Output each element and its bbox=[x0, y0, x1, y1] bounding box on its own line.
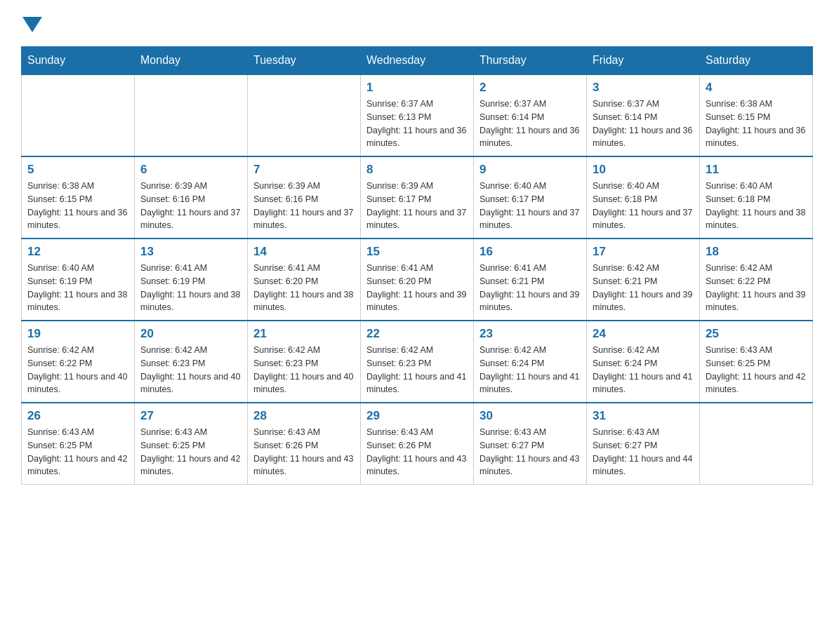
calendar-day-header: Tuesday bbox=[248, 47, 361, 75]
calendar-day-cell: 22Sunrise: 6:42 AM Sunset: 6:23 PM Dayli… bbox=[361, 321, 474, 403]
day-info: Sunrise: 6:38 AM Sunset: 6:15 PM Dayligh… bbox=[706, 98, 807, 150]
day-number: 11 bbox=[706, 163, 807, 177]
day-info: Sunrise: 6:37 AM Sunset: 6:13 PM Dayligh… bbox=[366, 98, 468, 150]
calendar-day-cell: 8Sunrise: 6:39 AM Sunset: 6:17 PM Daylig… bbox=[361, 156, 474, 239]
day-info: Sunrise: 6:41 AM Sunset: 6:20 PM Dayligh… bbox=[366, 262, 468, 314]
day-number: 23 bbox=[479, 327, 581, 341]
calendar-day-header: Thursday bbox=[474, 47, 587, 75]
day-info: Sunrise: 6:43 AM Sunset: 6:27 PM Dayligh… bbox=[479, 426, 581, 478]
calendar-day-cell bbox=[22, 74, 135, 156]
day-number: 20 bbox=[140, 327, 241, 341]
calendar-day-cell: 25Sunrise: 6:43 AM Sunset: 6:25 PM Dayli… bbox=[700, 321, 813, 403]
day-info: Sunrise: 6:42 AM Sunset: 6:23 PM Dayligh… bbox=[366, 344, 468, 396]
calendar-day-cell: 24Sunrise: 6:42 AM Sunset: 6:24 PM Dayli… bbox=[587, 321, 700, 403]
day-number: 31 bbox=[593, 409, 694, 423]
calendar-day-header: Saturday bbox=[700, 47, 813, 75]
day-info: Sunrise: 6:42 AM Sunset: 6:23 PM Dayligh… bbox=[253, 344, 355, 396]
day-info: Sunrise: 6:39 AM Sunset: 6:16 PM Dayligh… bbox=[140, 180, 241, 232]
calendar-day-cell: 29Sunrise: 6:43 AM Sunset: 6:26 PM Dayli… bbox=[361, 403, 474, 485]
day-number: 7 bbox=[253, 163, 355, 177]
calendar-day-cell: 16Sunrise: 6:41 AM Sunset: 6:21 PM Dayli… bbox=[474, 239, 587, 321]
calendar-day-cell: 1Sunrise: 6:37 AM Sunset: 6:13 PM Daylig… bbox=[361, 74, 474, 156]
day-info: Sunrise: 6:40 AM Sunset: 6:18 PM Dayligh… bbox=[593, 180, 694, 232]
calendar-day-cell: 7Sunrise: 6:39 AM Sunset: 6:16 PM Daylig… bbox=[248, 156, 361, 239]
calendar-day-cell: 3Sunrise: 6:37 AM Sunset: 6:14 PM Daylig… bbox=[587, 74, 700, 156]
day-number: 2 bbox=[479, 81, 581, 95]
day-number: 13 bbox=[140, 245, 241, 259]
logo bbox=[21, 14, 42, 32]
day-number: 25 bbox=[706, 327, 807, 341]
calendar-day-cell: 11Sunrise: 6:40 AM Sunset: 6:18 PM Dayli… bbox=[700, 156, 813, 239]
calendar-day-cell: 31Sunrise: 6:43 AM Sunset: 6:27 PM Dayli… bbox=[587, 403, 700, 485]
day-info: Sunrise: 6:43 AM Sunset: 6:25 PM Dayligh… bbox=[140, 426, 241, 478]
day-number: 5 bbox=[27, 163, 128, 177]
calendar-day-cell bbox=[700, 403, 813, 485]
calendar-week-row: 12Sunrise: 6:40 AM Sunset: 6:19 PM Dayli… bbox=[22, 239, 813, 321]
day-info: Sunrise: 6:41 AM Sunset: 6:21 PM Dayligh… bbox=[479, 262, 581, 314]
day-info: Sunrise: 6:42 AM Sunset: 6:21 PM Dayligh… bbox=[593, 262, 694, 314]
day-info: Sunrise: 6:39 AM Sunset: 6:17 PM Dayligh… bbox=[366, 180, 468, 232]
day-info: Sunrise: 6:42 AM Sunset: 6:22 PM Dayligh… bbox=[706, 262, 807, 314]
calendar-table: SundayMondayTuesdayWednesdayThursdayFrid… bbox=[21, 46, 813, 485]
calendar-day-cell bbox=[135, 74, 248, 156]
day-info: Sunrise: 6:42 AM Sunset: 6:24 PM Dayligh… bbox=[479, 344, 581, 396]
day-number: 14 bbox=[253, 245, 355, 259]
day-info: Sunrise: 6:42 AM Sunset: 6:24 PM Dayligh… bbox=[593, 344, 694, 396]
calendar-day-cell: 5Sunrise: 6:38 AM Sunset: 6:15 PM Daylig… bbox=[22, 156, 135, 239]
day-number: 17 bbox=[593, 245, 694, 259]
day-info: Sunrise: 6:37 AM Sunset: 6:14 PM Dayligh… bbox=[593, 98, 694, 150]
day-info: Sunrise: 6:43 AM Sunset: 6:26 PM Dayligh… bbox=[253, 426, 355, 478]
calendar-day-cell: 20Sunrise: 6:42 AM Sunset: 6:23 PM Dayli… bbox=[135, 321, 248, 403]
day-info: Sunrise: 6:43 AM Sunset: 6:27 PM Dayligh… bbox=[593, 426, 694, 478]
calendar-week-row: 1Sunrise: 6:37 AM Sunset: 6:13 PM Daylig… bbox=[22, 74, 813, 156]
day-number: 1 bbox=[366, 81, 468, 95]
day-number: 29 bbox=[366, 409, 468, 423]
calendar-day-cell: 10Sunrise: 6:40 AM Sunset: 6:18 PM Dayli… bbox=[587, 156, 700, 239]
calendar-day-cell: 6Sunrise: 6:39 AM Sunset: 6:16 PM Daylig… bbox=[135, 156, 248, 239]
day-number: 18 bbox=[706, 245, 807, 259]
day-number: 24 bbox=[593, 327, 694, 341]
calendar-day-cell: 19Sunrise: 6:42 AM Sunset: 6:22 PM Dayli… bbox=[22, 321, 135, 403]
day-info: Sunrise: 6:38 AM Sunset: 6:15 PM Dayligh… bbox=[27, 180, 128, 232]
calendar-day-cell: 28Sunrise: 6:43 AM Sunset: 6:26 PM Dayli… bbox=[248, 403, 361, 485]
day-info: Sunrise: 6:41 AM Sunset: 6:20 PM Dayligh… bbox=[253, 262, 355, 314]
calendar-day-cell: 18Sunrise: 6:42 AM Sunset: 6:22 PM Dayli… bbox=[700, 239, 813, 321]
day-number: 26 bbox=[27, 409, 128, 423]
page-header bbox=[21, 14, 813, 32]
day-info: Sunrise: 6:40 AM Sunset: 6:19 PM Dayligh… bbox=[27, 262, 128, 314]
day-info: Sunrise: 6:43 AM Sunset: 6:26 PM Dayligh… bbox=[366, 426, 468, 478]
calendar-week-row: 26Sunrise: 6:43 AM Sunset: 6:25 PM Dayli… bbox=[22, 403, 813, 485]
calendar-day-cell: 15Sunrise: 6:41 AM Sunset: 6:20 PM Dayli… bbox=[361, 239, 474, 321]
calendar-day-cell: 9Sunrise: 6:40 AM Sunset: 6:17 PM Daylig… bbox=[474, 156, 587, 239]
calendar-day-header: Wednesday bbox=[361, 47, 474, 75]
day-info: Sunrise: 6:40 AM Sunset: 6:18 PM Dayligh… bbox=[706, 180, 807, 232]
calendar-header-row: SundayMondayTuesdayWednesdayThursdayFrid… bbox=[22, 47, 813, 75]
calendar-week-row: 19Sunrise: 6:42 AM Sunset: 6:22 PM Dayli… bbox=[22, 321, 813, 403]
day-info: Sunrise: 6:42 AM Sunset: 6:23 PM Dayligh… bbox=[140, 344, 241, 396]
day-number: 10 bbox=[593, 163, 694, 177]
day-number: 30 bbox=[479, 409, 581, 423]
calendar-day-cell: 13Sunrise: 6:41 AM Sunset: 6:19 PM Dayli… bbox=[135, 239, 248, 321]
day-number: 27 bbox=[140, 409, 241, 423]
day-number: 6 bbox=[140, 163, 241, 177]
day-number: 3 bbox=[593, 81, 694, 95]
day-number: 9 bbox=[479, 163, 581, 177]
day-number: 28 bbox=[253, 409, 355, 423]
calendar-day-header: Friday bbox=[587, 47, 700, 75]
day-info: Sunrise: 6:42 AM Sunset: 6:22 PM Dayligh… bbox=[27, 344, 128, 396]
day-number: 8 bbox=[366, 163, 468, 177]
calendar-week-row: 5Sunrise: 6:38 AM Sunset: 6:15 PM Daylig… bbox=[22, 156, 813, 239]
day-info: Sunrise: 6:39 AM Sunset: 6:16 PM Dayligh… bbox=[253, 180, 355, 232]
logo-triangle-icon bbox=[22, 17, 42, 32]
day-info: Sunrise: 6:43 AM Sunset: 6:25 PM Dayligh… bbox=[706, 344, 807, 396]
day-number: 12 bbox=[27, 245, 128, 259]
calendar-day-cell bbox=[248, 74, 361, 156]
calendar-day-cell: 26Sunrise: 6:43 AM Sunset: 6:25 PM Dayli… bbox=[22, 403, 135, 485]
calendar-day-cell: 17Sunrise: 6:42 AM Sunset: 6:21 PM Dayli… bbox=[587, 239, 700, 321]
calendar-day-cell: 27Sunrise: 6:43 AM Sunset: 6:25 PM Dayli… bbox=[135, 403, 248, 485]
day-info: Sunrise: 6:43 AM Sunset: 6:25 PM Dayligh… bbox=[27, 426, 128, 478]
day-info: Sunrise: 6:40 AM Sunset: 6:17 PM Dayligh… bbox=[479, 180, 581, 232]
day-number: 22 bbox=[366, 327, 468, 341]
calendar-day-cell: 23Sunrise: 6:42 AM Sunset: 6:24 PM Dayli… bbox=[474, 321, 587, 403]
calendar-day-header: Monday bbox=[135, 47, 248, 75]
